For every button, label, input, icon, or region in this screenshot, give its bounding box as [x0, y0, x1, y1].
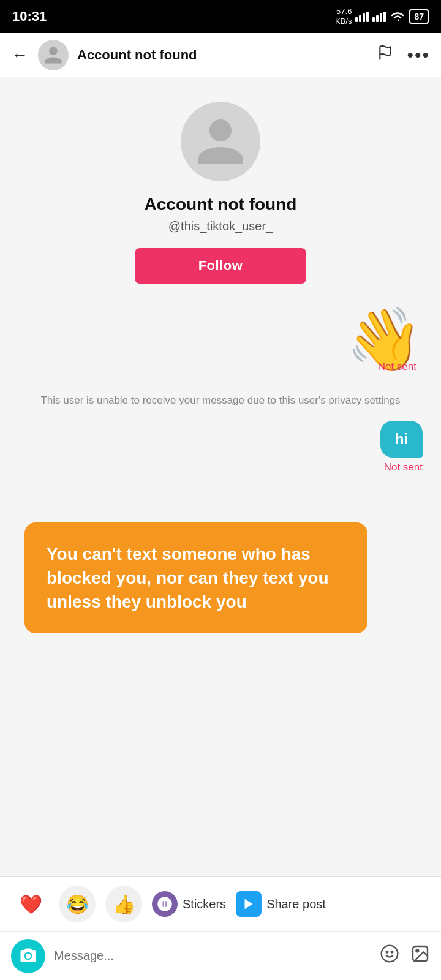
hi-bubble: hi — [380, 421, 423, 458]
profile-handle: @this_tiktok_user_ — [168, 219, 273, 233]
info-box-text: You can't text someone who has blocked y… — [47, 542, 345, 614]
svg-rect-7 — [383, 12, 386, 22]
thumbs-reaction-button[interactable]: 👍 — [105, 886, 142, 922]
camera-button[interactable] — [11, 939, 45, 973]
back-button[interactable]: ← — [11, 45, 28, 65]
stickers-label: Stickers — [183, 897, 226, 911]
reactions-bar: ❤️ 😂 👍 Stickers Share post — [0, 876, 441, 931]
wave-message-row: 👋 Not sent — [12, 308, 429, 369]
emoji-icon — [380, 944, 399, 963]
status-time: 10:31 — [12, 9, 47, 24]
svg-rect-4 — [372, 17, 375, 22]
svg-rect-5 — [376, 15, 379, 22]
signal-icon-2 — [372, 11, 386, 22]
stickers-icon — [152, 891, 178, 917]
profile-name: Account not found — [145, 195, 297, 214]
status-bar: 10:31 57.6KB/s 87 — [0, 0, 441, 33]
svg-rect-2 — [363, 13, 365, 22]
signal-icon-1 — [355, 11, 369, 22]
share-post-button[interactable]: Share post — [236, 891, 326, 917]
not-sent-label-2: Not sent — [384, 461, 423, 473]
profile-avatar — [181, 102, 260, 181]
battery-indicator: 87 — [409, 9, 429, 24]
top-nav: ← Account not found ••• — [0, 33, 441, 77]
svg-point-11 — [382, 946, 398, 962]
share-svg-icon — [242, 897, 255, 911]
emoji-sticker-button[interactable] — [380, 944, 399, 968]
stickers-button[interactable]: Stickers — [152, 891, 226, 917]
more-options-button[interactable]: ••• — [407, 45, 430, 66]
nav-action-icons: ••• — [377, 45, 430, 66]
profile-section: Account not found @this_tiktok_user_ Fol… — [0, 77, 441, 296]
status-icons: 57.6KB/s 87 — [335, 7, 429, 26]
svg-rect-1 — [359, 15, 361, 22]
wifi-icon — [390, 10, 405, 23]
not-sent-label-1: Not sent — [378, 361, 417, 373]
share-label: Share post — [266, 897, 326, 911]
network-speed: 57.6KB/s — [335, 7, 352, 26]
messages-area: 👋 Not sent This user is unable to receiv… — [0, 296, 441, 652]
camera-icon — [19, 947, 37, 965]
gallery-button[interactable] — [410, 944, 430, 968]
nav-title: Account not found — [77, 47, 377, 63]
heart-reaction-button[interactable]: ❤️ — [12, 886, 49, 922]
sticker-svg-icon — [156, 895, 173, 913]
share-icon — [236, 891, 262, 917]
avatar-icon — [43, 45, 64, 66]
laugh-reaction-button[interactable]: 😂 — [59, 886, 96, 922]
svg-point-13 — [391, 951, 393, 953]
info-box: You can't text someone who has blocked y… — [24, 522, 368, 634]
nav-avatar — [38, 40, 69, 70]
input-bar — [0, 931, 441, 980]
flag-button[interactable] — [377, 45, 393, 65]
svg-rect-0 — [355, 17, 358, 22]
svg-rect-3 — [366, 12, 369, 22]
profile-avatar-icon — [193, 114, 248, 169]
svg-rect-6 — [380, 13, 382, 22]
follow-button[interactable]: Follow — [135, 248, 306, 284]
svg-point-12 — [386, 951, 388, 953]
flag-icon — [377, 45, 393, 61]
input-action-icons — [380, 944, 430, 968]
message-input[interactable] — [54, 949, 371, 963]
main-content: Account not found @this_tiktok_user_ Fol… — [0, 77, 441, 980]
svg-marker-10 — [245, 899, 253, 910]
svg-point-15 — [416, 949, 418, 952]
privacy-notice: This user is unable to receive your mess… — [37, 393, 404, 409]
gallery-icon — [410, 944, 430, 963]
